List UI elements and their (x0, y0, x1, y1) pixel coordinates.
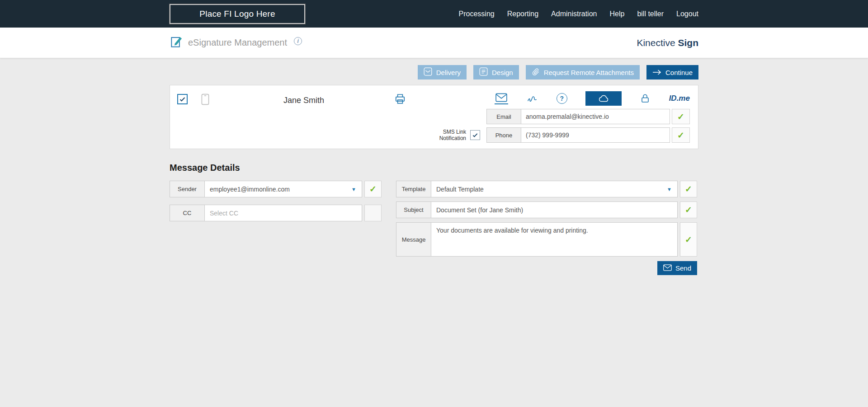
delivery-envelope-icon (424, 67, 432, 77)
message-valid-check-icon: ✓ (680, 222, 697, 257)
recipient-name: Jane Smith (283, 96, 324, 143)
subject-label: Subject (396, 201, 431, 218)
email-input[interactable] (521, 109, 670, 124)
message-textarea[interactable]: Your documents are available for viewing… (431, 222, 678, 257)
brand-logo: Kinective Sign (637, 37, 698, 48)
idme-logo[interactable]: ID.me (669, 94, 690, 103)
continue-label: Continue (665, 69, 693, 76)
email-delivery-icon[interactable] (495, 93, 508, 104)
top-navigation-bar: Place FI Logo Here Processing Reporting … (0, 0, 868, 28)
nav-reporting[interactable]: Reporting (507, 10, 538, 18)
chevron-down-icon: ▼ (351, 187, 356, 192)
main-nav: Processing Reporting Administration Help… (459, 10, 698, 18)
phone-input[interactable] (521, 127, 670, 143)
send-envelope-icon (663, 264, 672, 272)
sms-checkbox[interactable] (470, 130, 480, 140)
cc-check-placeholder (364, 205, 382, 221)
continue-button[interactable]: Continue (646, 65, 698, 80)
sender-row: Sender employee1@immonline.com ▼ ✓ (170, 181, 382, 197)
delivery-method-row: ? ID.me (495, 91, 690, 106)
question-icon[interactable]: ? (557, 93, 567, 104)
phone-valid-check-icon: ✓ (672, 127, 690, 143)
check-icon (472, 132, 478, 138)
email-label: Email (486, 109, 521, 124)
nav-user[interactable]: bill teller (637, 10, 664, 18)
design-button[interactable]: Design (473, 65, 519, 80)
nav-administration[interactable]: Administration (551, 10, 597, 18)
delivery-label: Delivery (436, 69, 461, 76)
check-icon (179, 96, 186, 103)
sender-label: Sender (170, 181, 205, 197)
lock-icon[interactable] (640, 93, 651, 104)
message-details-heading: Message Details (170, 163, 698, 173)
template-row: Template Default Template ▼ ✓ (396, 181, 697, 197)
subject-valid-check-icon: ✓ (680, 201, 697, 218)
sms-link-notification-label: SMS Link Notification (428, 129, 466, 142)
message-row: Message Your documents are available for… (396, 222, 697, 257)
remote-cloud-icon[interactable] (585, 91, 622, 106)
attachments-label: Request Remote Attachments (544, 69, 634, 76)
cc-label: CC (170, 205, 205, 221)
sender-dropdown[interactable]: employee1@immonline.com ▼ (205, 181, 362, 197)
phone-label: Phone (486, 127, 521, 143)
sender-valid-check-icon: ✓ (364, 181, 382, 197)
device-icon (200, 94, 210, 143)
sender-value: employee1@immonline.com (210, 186, 290, 193)
paperclip-icon (532, 68, 540, 77)
cc-row: CC (170, 205, 382, 221)
nav-logout[interactable]: Logout (676, 10, 698, 18)
continue-arrow-icon (652, 69, 661, 76)
printer-icon[interactable] (394, 93, 406, 143)
email-valid-check-icon: ✓ (672, 109, 690, 124)
info-icon[interactable]: i (294, 37, 302, 45)
delivery-button[interactable]: Delivery (418, 65, 467, 80)
email-row: Email ✓ (486, 109, 690, 124)
template-label: Template (396, 181, 431, 197)
recipient-checkbox[interactable] (177, 94, 188, 104)
subject-row: Subject ✓ (396, 201, 697, 218)
template-value: Default Template (436, 186, 484, 193)
action-toolbar: Delivery Design Request Remote Attachmen… (170, 65, 698, 80)
fi-logo-placeholder[interactable]: Place FI Logo Here (170, 4, 305, 24)
phone-row: SMS Link Notification Phone ✓ (428, 127, 690, 143)
design-doc-icon (479, 67, 488, 77)
chevron-down-icon: ▼ (667, 187, 672, 192)
template-dropdown[interactable]: Default Template ▼ (431, 181, 678, 197)
brand-name: Kinective (637, 37, 675, 48)
recipient-card: Jane Smith (170, 85, 698, 149)
send-button[interactable]: Send (657, 261, 697, 275)
send-label: Send (675, 264, 691, 272)
cc-input[interactable] (205, 205, 362, 221)
nav-help[interactable]: Help (609, 10, 624, 18)
design-label: Design (492, 69, 513, 76)
doc-pen-icon (170, 35, 183, 51)
nav-processing[interactable]: Processing (459, 10, 495, 18)
template-valid-check-icon: ✓ (680, 181, 697, 197)
brand-product: Sign (678, 37, 699, 48)
active-underline (495, 103, 508, 104)
message-label: Message (396, 222, 431, 257)
request-remote-attachments-button[interactable]: Request Remote Attachments (526, 65, 640, 80)
signature-pen-icon[interactable] (526, 93, 538, 104)
subject-input[interactable] (431, 201, 678, 218)
page-title: eSignature Management (188, 37, 287, 48)
page-header: eSignature Management i Kinective Sign (0, 28, 868, 58)
